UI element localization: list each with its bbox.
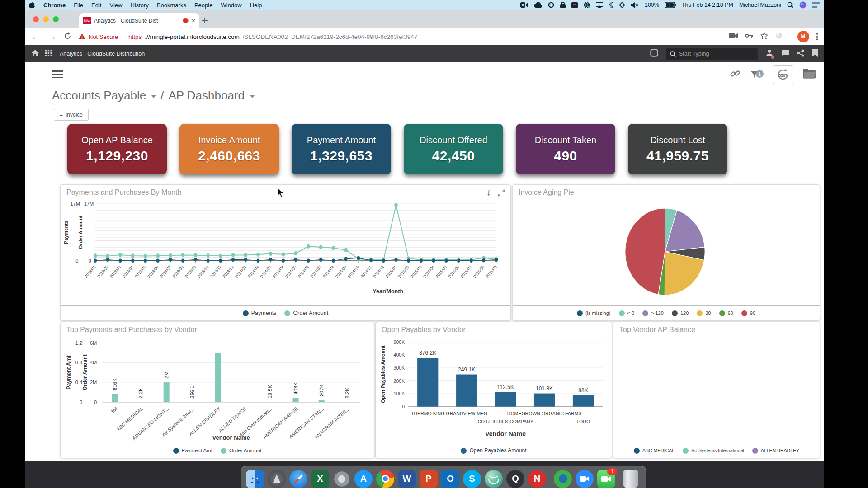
chevron-down-icon[interactable] — [151, 95, 156, 98]
open-payables-bar-chart[interactable]: 500K400K300K200K100K0Open Payables Amoun… — [378, 335, 609, 442]
menu-item-app[interactable]: Chrome — [43, 2, 66, 9]
chevron-down-icon[interactable] — [250, 95, 255, 98]
dock-icon-news[interactable]: N — [528, 470, 546, 488]
legend-item[interactable]: ABC MEDICAL — [634, 448, 675, 454]
legend-item[interactable]: Order Amount — [284, 310, 328, 316]
menu-item-history[interactable]: History — [130, 2, 148, 9]
dock-icon-app-store[interactable]: A — [354, 470, 373, 488]
chrome-menu-icon[interactable] — [816, 33, 818, 40]
volume-icon[interactable] — [631, 2, 639, 8]
menu-item-window[interactable]: Window — [221, 2, 241, 9]
kpi-card-open-ap-balance[interactable]: Open AP Balance1,129,230 — [67, 124, 167, 174]
legend-item[interactable]: Air Systems International — [683, 448, 744, 454]
spotlight-icon[interactable] — [787, 2, 793, 8]
siri-icon[interactable] — [799, 1, 807, 9]
dock-icon-finder[interactable] — [246, 470, 264, 488]
dock-icon-system-preferences[interactable] — [333, 470, 351, 488]
list-icon[interactable] — [812, 2, 820, 8]
dock-icon-powerpoint[interactable]: P — [420, 470, 438, 488]
legend-item[interactable]: Order Amount — [221, 448, 262, 454]
reload-button[interactable] — [64, 32, 71, 42]
new-tab-button[interactable] — [199, 15, 210, 26]
home-icon[interactable] — [31, 49, 39, 58]
menu-item-bookmarks[interactable]: Bookmarks — [157, 2, 186, 9]
month-line-chart[interactable]: 2013/012013/022013/032013/042013/052013/… — [63, 197, 508, 305]
share-icon[interactable] — [797, 49, 804, 59]
breadcrumb-page[interactable]: AP Dashboard — [168, 89, 245, 103]
diamond-icon[interactable] — [619, 2, 625, 8]
dock-icon-safari[interactable] — [289, 470, 307, 488]
folder-icon[interactable] — [802, 68, 816, 81]
legend-item[interactable]: Open Payables Amount — [461, 447, 526, 454]
filter-icon[interactable]: 1 — [750, 70, 764, 79]
legend-item[interactable]: Payment Amt — [173, 448, 212, 454]
vendor-bar-chart[interactable]: 1.20.80.406M4M2M0Payment AmtOrder Amount… — [63, 335, 371, 442]
dock-icon-word[interactable]: W — [398, 470, 416, 488]
legend-item[interactable]: 30 — [697, 310, 711, 316]
bookmark-star-icon[interactable] — [760, 32, 768, 41]
window-zoom-button[interactable] — [53, 16, 59, 22]
dock-icon-outlook[interactable]: O — [441, 470, 459, 488]
kpi-card-discount-offered[interactable]: Discount Offered42,450 — [404, 124, 503, 174]
profile-avatar[interactable]: M — [797, 31, 809, 42]
tab-close-icon[interactable]: × — [192, 17, 195, 24]
dock-icon-webex-meetings[interactable] — [554, 470, 572, 488]
drill-down-icon[interactable] — [485, 189, 492, 198]
back-button[interactable]: ← — [31, 32, 40, 41]
dock-icon-chrome[interactable] — [376, 470, 394, 488]
window-close-button[interactable] — [33, 16, 39, 22]
legend-item[interactable]: Payments — [243, 310, 277, 316]
chat-icon[interactable] — [781, 49, 789, 58]
menu-item-view[interactable]: View — [109, 2, 122, 9]
user-icon[interactable] — [765, 49, 774, 59]
legend-item[interactable]: 90 — [741, 310, 755, 316]
menu-item-file[interactable]: File — [74, 2, 83, 9]
key-icon[interactable] — [745, 33, 753, 41]
bookmark-icon[interactable] — [812, 49, 818, 59]
kpi-card-payment-amount[interactable]: Payment Amount1,329,653 — [292, 124, 391, 174]
video-icon[interactable] — [520, 2, 528, 8]
window-minimize-button[interactable] — [43, 16, 49, 22]
legend-item[interactable]: 60 — [719, 310, 733, 316]
panel-toggle-icon[interactable] — [650, 49, 658, 59]
battery-percent[interactable]: 100% — [645, 2, 659, 8]
breadcrumb-section[interactable]: Accounts Payable — [52, 89, 146, 103]
dock-icon-quicktime[interactable]: Q — [506, 470, 524, 488]
dock-icon-trash[interactable] — [623, 470, 641, 488]
apple-menu-icon[interactable] — [29, 2, 35, 9]
legend-item[interactable]: 120 — [672, 310, 689, 316]
cloud-icon[interactable] — [534, 2, 542, 8]
extension-icon[interactable] — [775, 32, 783, 41]
dock-icon-launchpad[interactable] — [268, 470, 286, 488]
camera-icon[interactable] — [729, 33, 738, 41]
forward-button[interactable]: → — [47, 32, 57, 41]
address-bar[interactable]: Not Secure https ://mingle-portal.inforc… — [79, 33, 722, 40]
lock-icon[interactable] — [560, 2, 566, 8]
menu-hamburger-icon[interactable] — [52, 70, 63, 78]
kpi-card-discount-taken[interactable]: Discount Taken490 — [516, 124, 615, 174]
dock-icon-excel[interactable]: X — [311, 470, 329, 488]
legend-item[interactable]: > 120 — [642, 310, 664, 316]
refresh-button[interactable]: 3587 — [773, 65, 793, 84]
legend-item[interactable]: < 0 — [619, 310, 635, 316]
globe-icon[interactable] — [584, 2, 590, 8]
book-icon[interactable] — [571, 2, 578, 8]
dock-icon-webex[interactable] — [485, 470, 503, 488]
legend-item[interactable]: ALLEN BRADLEY — [752, 448, 799, 454]
search-input[interactable]: Start Typing — [666, 48, 758, 60]
dock-icon-zoom[interactable] — [576, 470, 594, 488]
invoice-filter-chip[interactable]: = Invoice — [54, 109, 89, 121]
menu-item-help[interactable]: Help — [250, 2, 262, 9]
menu-clock[interactable]: Thu Feb 14 2:18 PM — [682, 2, 733, 8]
dock-icon-facetime[interactable]: 1 — [597, 470, 615, 488]
bluetooth-icon[interactable] — [609, 2, 613, 8]
legend-item[interactable]: (is missing) — [577, 310, 611, 316]
menu-user[interactable]: Michael Mazzoni — [739, 2, 781, 8]
ring-icon[interactable] — [548, 2, 554, 8]
kpi-card-invoice-amount[interactable]: Invoice Amount2,460,663 — [179, 124, 279, 174]
kpi-card-discount-lost[interactable]: Discount Lost41,959.75 — [628, 124, 727, 174]
browser-tab[interactable]: infor Analytics - CloudSuite Dist × — [79, 13, 199, 28]
dock-icon-skype[interactable]: S — [463, 470, 481, 488]
aging-pie-chart[interactable] — [515, 197, 817, 305]
menu-item-people[interactable]: People — [194, 2, 212, 9]
